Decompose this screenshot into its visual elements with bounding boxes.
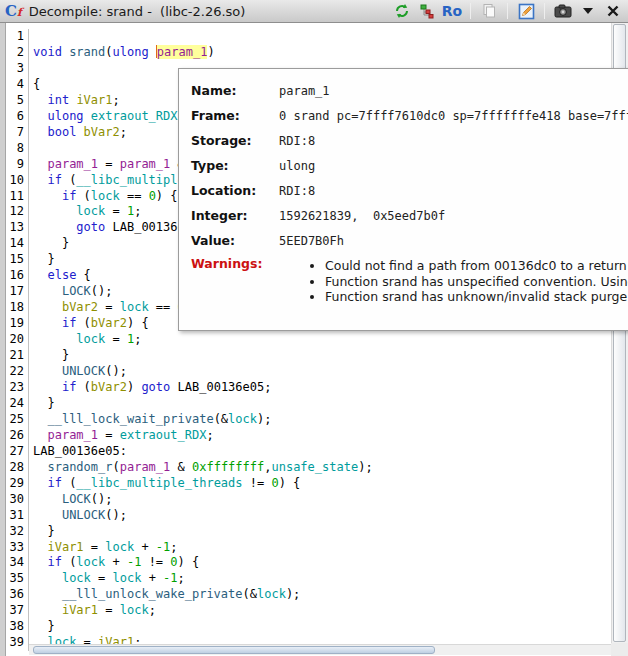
code-token[interactable]: srandom_r [47,460,112,474]
horizontal-scrollbar[interactable] [29,644,611,655]
code-line[interactable]: 20 lock = 1; [6,332,628,348]
horizontal-scrollbar-thumb[interactable] [33,646,435,654]
code-line[interactable]: 29 if (__libc_multiple_threads != 0) { [6,476,628,492]
dropdown-arrow-icon[interactable] [579,2,597,20]
code-token[interactable]: bVar2 [62,300,98,314]
code-line[interactable]: 23 if (bVar2) goto LAB_00136e05; [6,380,628,396]
code-token[interactable]: param_1 [47,428,98,442]
code-token[interactable]: param_1 [120,157,171,171]
code-token[interactable]: iVar1 [62,603,98,617]
code-token[interactable]: if [62,380,76,394]
code-token[interactable]: bVar2 [91,380,127,394]
code-token: ; [134,204,141,218]
code-token [33,587,62,601]
code-line[interactable]: 2void srand(ulong param_1) [6,45,628,61]
code-line[interactable]: 26 param_1 = extraout_RDX; [6,428,628,444]
code-token[interactable]: LAB_00136e05 [33,444,120,458]
code-line[interactable]: 33 iVar1 = lock + -1; [6,540,628,556]
code-token[interactable]: LAB_00136e05 [178,380,265,394]
code-token[interactable]: if [47,555,61,569]
code-line[interactable]: 37 iVar1 = lock; [6,603,628,619]
code-token[interactable]: param_1 [47,157,98,171]
code-line[interactable]: 24 } [6,396,628,412]
graph-icon[interactable] [418,2,436,20]
code-token[interactable]: __libc_multiple_threads [76,476,242,490]
code-token: ( [62,173,76,187]
code-token[interactable]: lock [105,540,134,554]
code-token[interactable]: else [47,268,76,282]
code-token: ; [149,603,156,617]
code-line[interactable]: 27LAB_00136e05: [6,444,628,460]
code-token[interactable]: UNLOCK [62,364,105,378]
code-token[interactable]: __lll_unlock_wake_private [62,587,243,601]
code-line[interactable]: 36 __lll_unlock_wake_private(&lock); [6,587,628,603]
code-token[interactable]: param_1 [120,460,171,474]
code-token[interactable]: extraout_RDX [91,109,178,123]
code-token[interactable]: -1 [163,571,177,585]
code-line[interactable]: 35 lock = lock + -1; [6,571,628,587]
tooltip-row-label: Value: [191,233,279,248]
code-token[interactable]: iVar1 [76,93,112,107]
code-text [29,141,33,157]
code-token[interactable]: ulong [113,45,149,59]
code-token[interactable]: lock [120,300,149,314]
close-icon[interactable] [604,2,622,20]
snapshot-camera-icon[interactable] [554,2,572,20]
code-token: ) [127,380,141,394]
code-token[interactable]: -1 [127,555,141,569]
code-token[interactable]: extraout_RDX [120,428,207,442]
code-token[interactable]: if [47,173,61,187]
code-token[interactable]: lock [120,603,149,617]
code-token[interactable]: bVar2 [84,125,120,139]
code-token[interactable]: 0xffffffff [192,460,264,474]
code-token[interactable]: if [62,316,76,330]
code-token[interactable]: if [62,189,76,203]
code-token[interactable]: bVar2 [91,316,127,330]
code-token[interactable]: -1 [156,540,170,554]
code-token[interactable]: lock [76,332,105,346]
code-token[interactable]: LOCK [62,492,91,506]
code-token[interactable]: 0 [170,555,177,569]
code-token[interactable]: lock [113,571,142,585]
code-token[interactable]: int [47,93,69,107]
code-token[interactable]: iVar1 [47,540,83,554]
code-token[interactable]: lock [228,412,257,426]
code-token[interactable]: srand [69,45,105,59]
code-token[interactable]: lock [91,189,120,203]
edit-icon[interactable] [517,2,535,20]
code-line[interactable]: 22 UNLOCK(); [6,364,628,380]
line-number: 8 [6,141,29,157]
code-token[interactable]: ulong [47,109,83,123]
code-token[interactable]: LOCK [62,284,91,298]
code-text: if (__libc_multiple_threads != 0) { [29,476,300,492]
code-token[interactable]: bool [47,125,76,139]
code-token[interactable]: 0 [149,189,156,203]
code-token[interactable]: unsafe_state [271,460,358,474]
code-line[interactable]: 38 } [6,619,628,635]
tooltip-row-label: Name: [191,83,279,98]
ro-icon[interactable]: Ro [443,2,461,20]
code-token[interactable]: void [33,45,62,59]
code-token[interactable]: if [47,476,61,490]
code-token[interactable]: __lll_lock_wait_private [47,412,213,426]
code-token[interactable]: lock [76,555,105,569]
code-line[interactable]: 32 } [6,524,628,540]
copy-icon[interactable] [480,2,498,20]
code-token[interactable]: lock [62,571,91,585]
code-token[interactable]: 0 [271,476,278,490]
code-line[interactable]: 34 if (lock + -1 != 0) { [6,555,628,571]
code-token[interactable]: UNLOCK [62,508,105,522]
code-line[interactable]: 30 LOCK(); [6,492,628,508]
refresh-icon[interactable] [393,2,411,20]
line-number: 2 [6,45,29,61]
code-line[interactable]: 25 __lll_lock_wait_private(&lock); [6,412,628,428]
code-token[interactable]: goto [141,380,170,394]
code-token[interactable]: lock [76,204,105,218]
code-line[interactable]: 1 [6,29,628,45]
highlighted-token[interactable]: param_1 [157,45,208,59]
code-token[interactable]: goto [76,220,105,234]
code-line[interactable]: 21 } [6,348,628,364]
code-token[interactable]: lock [257,587,286,601]
code-line[interactable]: 31 UNLOCK(); [6,508,628,524]
code-line[interactable]: 28 srandom_r(param_1 & 0xffffffff,unsafe… [6,460,628,476]
